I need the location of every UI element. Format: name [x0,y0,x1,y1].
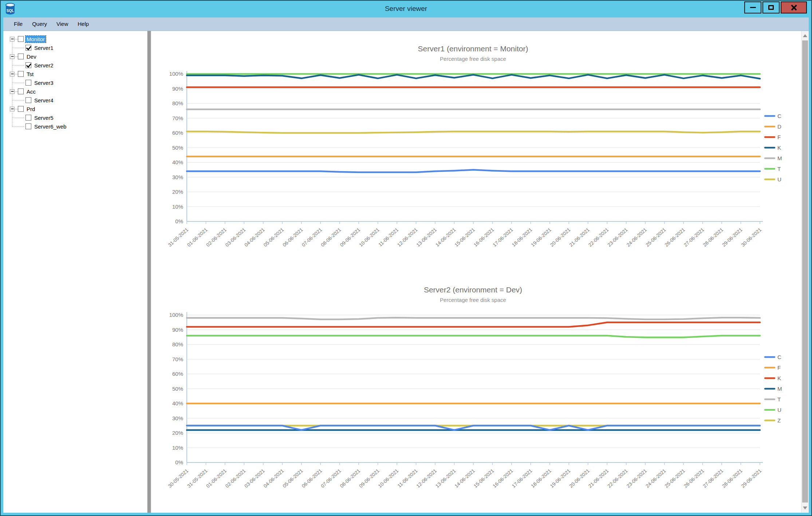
legend-label-K: K [777,375,781,381]
y-axis-tick: 10% [172,204,183,210]
legend-label-K: K [777,145,781,151]
y-axis-tick: 10% [172,445,183,451]
x-axis-tick: 15-06-2021 [473,468,495,489]
scroll-down-arrow[interactable] [801,504,809,512]
tree-checkbox-tst[interactable] [18,71,24,77]
tree-checkbox-server2[interactable] [25,62,31,68]
x-axis-tick: 04-06-2021 [244,227,266,248]
chart-title: Server2 (environment = Dev) [151,285,795,295]
close-button[interactable] [781,1,807,13]
legend-label-C: C [777,113,781,119]
x-axis-tick: 13-06-2021 [415,227,438,248]
y-axis-tick: 50% [172,386,183,392]
tree-label-acc[interactable]: Acc [25,88,37,95]
tree-label-server4[interactable]: Server4 [33,97,55,104]
tree-checkbox-prd[interactable] [18,106,24,112]
y-axis-tick: 90% [172,327,183,333]
tree-connector [12,61,25,70]
tree-node-server4: Server4 [12,96,147,105]
tree-group-dev: DevServer2 [8,52,147,70]
y-axis-tick: 0% [175,459,183,465]
x-axis-tick: 03-06-2021 [244,468,266,489]
tree-label-dev[interactable]: Dev [25,53,38,60]
server-tree-panel: MonitorServer1DevServer2TstServer3AccSer… [3,31,147,513]
y-axis-tick: 80% [172,100,183,106]
tree-label-server3[interactable]: Server3 [33,79,55,86]
tree-connector [15,91,18,92]
tree-checkbox-server6_web[interactable] [25,123,31,129]
maximize-button[interactable] [762,1,780,13]
x-axis-tick: 14-06-2021 [454,468,476,489]
y-axis-tick: 30% [172,174,183,180]
y-axis-tick: 0% [175,218,183,224]
tree-label-tst[interactable]: Tst [25,71,35,78]
minimize-button[interactable] [744,1,761,13]
tree-connector [15,109,18,109]
scroll-up-arrow[interactable] [801,32,809,40]
x-axis-tick: 24-06-2021 [645,468,667,489]
tree-group-tst: TstServer3 [8,70,147,87]
tree-checkbox-server1[interactable] [25,45,31,51]
tree-checkbox-server3[interactable] [25,80,31,86]
x-axis-tick: 17-06-2021 [511,468,533,489]
chart-server2: Server2 (environment = Dev) Percentage f… [151,285,801,513]
menu-item-query[interactable]: Query [27,17,52,31]
menu-item-help[interactable]: Help [73,17,94,31]
x-axis-tick: 01-06-2021 [205,468,228,489]
x-axis-tick: 23-06-2021 [606,227,628,248]
tree-label-monitor[interactable]: Monitor [25,36,46,43]
legend-label-U: U [777,176,781,182]
x-axis-tick: 22-06-2021 [587,227,610,248]
collapse-icon[interactable] [10,37,15,42]
panel-splitter[interactable] [147,31,151,513]
collapse-icon[interactable] [10,89,15,94]
x-axis-tick: 22-06-2021 [606,468,628,489]
tree-label-server2[interactable]: Server2 [33,62,55,69]
y-axis-tick: 40% [172,159,183,165]
x-axis-tick: 30-05-2021 [167,468,189,489]
minimize-icon [750,7,756,8]
x-axis-tick: 11-06-2021 [377,227,399,248]
legend-label-F: F [777,134,781,140]
collapse-icon[interactable] [10,54,15,59]
scrollbar-thumb[interactable] [802,40,808,503]
tree-node-server3: Server3 [12,78,147,87]
x-axis-tick: 07-06-2021 [301,227,323,248]
tree-node-dev: Dev [10,52,147,61]
tree-checkbox-monitor[interactable] [18,36,24,42]
series-line-K [187,322,760,327]
x-axis-tick: 25-06-2021 [664,468,686,489]
legend-label-C: C [777,354,781,360]
tree-label-server6_web[interactable]: Server6_web [33,123,67,130]
y-axis-tick: 70% [172,356,183,362]
tree-node-server2: Server2 [12,61,147,70]
legend-label-U: U [777,407,781,413]
x-axis-tick: 08-06-2021 [339,468,361,489]
tree-label-server5[interactable]: Server5 [33,114,55,121]
tree-checkbox-dev[interactable] [18,54,24,59]
tree-checkbox-server4[interactable] [25,97,31,103]
collapse-icon[interactable] [10,107,15,111]
y-axis-tick: 100% [169,312,183,318]
collapse-icon[interactable] [10,72,15,76]
menu-item-view[interactable]: View [52,17,73,31]
tree-checkbox-acc[interactable] [18,88,24,94]
legend-label-T: T [777,166,781,172]
x-axis-tick: 26-06-2021 [664,227,686,248]
tree-label-server1[interactable]: Server1 [33,44,55,51]
vertical-scrollbar[interactable] [801,31,809,513]
tree-connector [12,43,25,52]
x-axis-tick: 21-06-2021 [587,468,610,489]
tree-connector [15,74,18,74]
tree-checkbox-server5[interactable] [25,115,31,121]
window-frame: File Query View Help MonitorServer1DevSe… [3,17,809,513]
y-axis-tick: 60% [172,130,183,136]
menu-item-file[interactable]: File [9,17,27,31]
chart-plot-server1: 0%10%20%30%40%50%60%70%80%90%100%31-05-2… [151,67,795,285]
y-axis-tick: 80% [172,341,183,347]
x-axis-tick: 02-06-2021 [224,468,247,489]
x-axis-tick: 09-06-2021 [339,227,361,248]
tree-label-prd[interactable]: Prd [25,106,36,113]
menu-bar: File Query View Help [3,17,809,31]
tree-group-prd: PrdServer5Server6_web [8,105,147,131]
